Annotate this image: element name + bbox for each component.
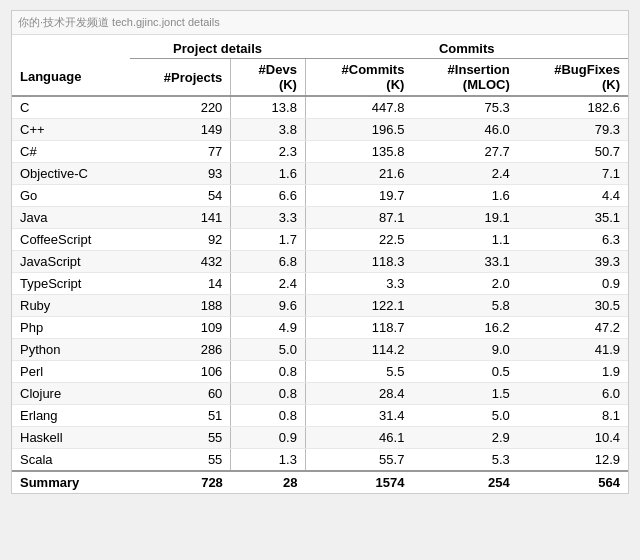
watermark: 你的·技术开发频道 tech.gjinc.jonct details (12, 11, 628, 35)
summary-projects: 728 (130, 471, 231, 493)
cell-language: Python (12, 339, 130, 361)
summary-row: Summary 728 28 1574 254 564 (12, 471, 628, 493)
cell-devs: 3.8 (231, 119, 306, 141)
cell-insertions: 1.6 (412, 185, 517, 207)
table-row: CoffeeScript921.722.51.16.3 (12, 229, 628, 251)
summary-insertions: 254 (412, 471, 517, 493)
cell-projects: 220 (130, 96, 231, 119)
cell-insertions: 1.1 (412, 229, 517, 251)
cell-language: C (12, 96, 130, 119)
cell-insertions: 27.7 (412, 141, 517, 163)
cell-projects: 55 (130, 427, 231, 449)
cell-devs: 6.6 (231, 185, 306, 207)
cell-bugfixes: 8.1 (518, 405, 628, 427)
table-footer: Summary 728 28 1574 254 564 (12, 471, 628, 493)
cell-language: Perl (12, 361, 130, 383)
col-commits: #Commits (K) (305, 59, 412, 97)
cell-commits: 114.2 (305, 339, 412, 361)
cell-projects: 432 (130, 251, 231, 273)
table-row: C#772.3135.827.750.7 (12, 141, 628, 163)
cell-projects: 54 (130, 185, 231, 207)
cell-language: C++ (12, 119, 130, 141)
cell-projects: 60 (130, 383, 231, 405)
cell-devs: 9.6 (231, 295, 306, 317)
cell-language: Objective-C (12, 163, 130, 185)
cell-language: C# (12, 141, 130, 163)
cell-insertions: 5.0 (412, 405, 517, 427)
cell-bugfixes: 7.1 (518, 163, 628, 185)
cell-projects: 106 (130, 361, 231, 383)
cell-projects: 14 (130, 273, 231, 295)
table-row: Erlang510.831.45.08.1 (12, 405, 628, 427)
cell-commits: 46.1 (305, 427, 412, 449)
cell-bugfixes: 79.3 (518, 119, 628, 141)
summary-devs: 28 (231, 471, 306, 493)
summary-commits: 1574 (305, 471, 412, 493)
cell-bugfixes: 12.9 (518, 449, 628, 472)
cell-insertions: 1.5 (412, 383, 517, 405)
cell-commits: 118.3 (305, 251, 412, 273)
table-body: C22013.8447.875.3182.6C++1493.8196.546.0… (12, 96, 628, 471)
cell-projects: 51 (130, 405, 231, 427)
cell-insertions: 5.3 (412, 449, 517, 472)
cell-commits: 3.3 (305, 273, 412, 295)
cell-language: TypeScript (12, 273, 130, 295)
cell-devs: 2.3 (231, 141, 306, 163)
cell-bugfixes: 10.4 (518, 427, 628, 449)
cell-devs: 5.0 (231, 339, 306, 361)
cell-commits: 21.6 (305, 163, 412, 185)
cell-devs: 2.4 (231, 273, 306, 295)
cell-projects: 188 (130, 295, 231, 317)
cell-commits: 28.4 (305, 383, 412, 405)
cell-language: JavaScript (12, 251, 130, 273)
cell-commits: 31.4 (305, 405, 412, 427)
cell-bugfixes: 50.7 (518, 141, 628, 163)
cell-insertions: 46.0 (412, 119, 517, 141)
cell-insertions: 2.9 (412, 427, 517, 449)
cell-devs: 6.8 (231, 251, 306, 273)
cell-commits: 135.8 (305, 141, 412, 163)
cell-bugfixes: 39.3 (518, 251, 628, 273)
cell-devs: 4.9 (231, 317, 306, 339)
cell-devs: 0.8 (231, 405, 306, 427)
table-container: 你的·技术开发频道 tech.gjinc.jonct details Proje… (11, 10, 629, 494)
table-row: Haskell550.946.12.910.4 (12, 427, 628, 449)
cell-commits: 118.7 (305, 317, 412, 339)
table-row: Java1413.387.119.135.1 (12, 207, 628, 229)
cell-insertions: 2.4 (412, 163, 517, 185)
section-header-row: Project details Commits (12, 35, 628, 59)
cell-commits: 22.5 (305, 229, 412, 251)
table-row: Ruby1889.6122.15.830.5 (12, 295, 628, 317)
cell-projects: 109 (130, 317, 231, 339)
col-devs: #Devs (K) (231, 59, 306, 97)
cell-insertions: 19.1 (412, 207, 517, 229)
cell-insertions: 16.2 (412, 317, 517, 339)
table-row: Go546.619.71.64.4 (12, 185, 628, 207)
cell-commits: 55.7 (305, 449, 412, 472)
cell-bugfixes: 30.5 (518, 295, 628, 317)
cell-bugfixes: 41.9 (518, 339, 628, 361)
cell-commits: 19.7 (305, 185, 412, 207)
cell-devs: 3.3 (231, 207, 306, 229)
table-row: JavaScript4326.8118.333.139.3 (12, 251, 628, 273)
cell-devs: 1.6 (231, 163, 306, 185)
col-projects: #Projects (130, 59, 231, 97)
table-row: Perl1060.85.50.51.9 (12, 361, 628, 383)
cell-bugfixes: 0.9 (518, 273, 628, 295)
col-bugfixes: #BugFixes (K) (518, 59, 628, 97)
cell-insertions: 75.3 (412, 96, 517, 119)
cell-language: Scala (12, 449, 130, 472)
cell-language: Erlang (12, 405, 130, 427)
table-row: Objective-C931.621.62.47.1 (12, 163, 628, 185)
cell-bugfixes: 4.4 (518, 185, 628, 207)
cell-bugfixes: 47.2 (518, 317, 628, 339)
cell-insertions: 9.0 (412, 339, 517, 361)
cell-projects: 141 (130, 207, 231, 229)
cell-insertions: 33.1 (412, 251, 517, 273)
cell-devs: 13.8 (231, 96, 306, 119)
cell-commits: 196.5 (305, 119, 412, 141)
cell-bugfixes: 182.6 (518, 96, 628, 119)
table-row: Php1094.9118.716.247.2 (12, 317, 628, 339)
cell-projects: 55 (130, 449, 231, 472)
column-header-row: Language #Projects #Devs (K) #Commits (K… (12, 59, 628, 97)
